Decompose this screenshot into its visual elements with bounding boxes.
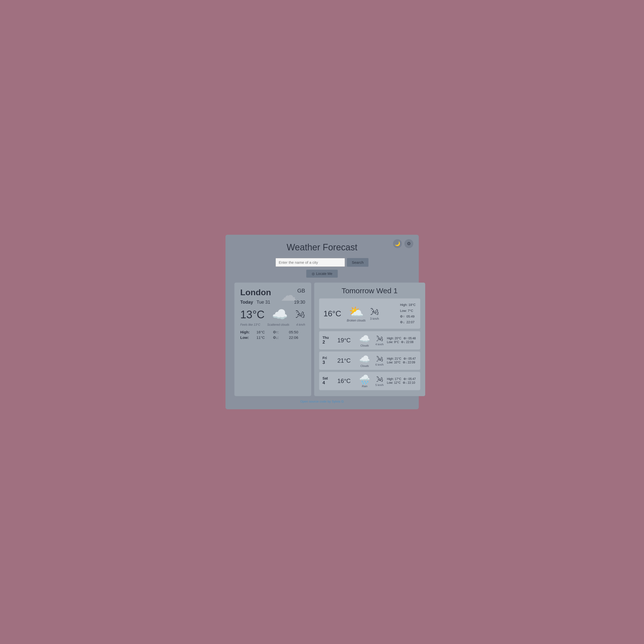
app-title: Weather Forecast: [234, 242, 410, 252]
app-container: 🌙 ⚙ Weather Forecast Search ◎ Locate Me …: [225, 235, 419, 409]
tomorrow-temp: 16°C: [324, 309, 343, 318]
city-country-row: London GB: [240, 287, 305, 297]
forecast-day: Fri: [323, 356, 335, 360]
tomorrow-weather-icon: ⛅: [349, 305, 364, 319]
wind-speed-label: 4 km/h: [296, 323, 305, 327]
tomorrow-wind: 3 km/h: [369, 317, 380, 320]
sunrise-value: 05:50: [289, 330, 305, 335]
tomorrow-header: Tomorrow Wed 1: [319, 286, 420, 295]
low-label: Low:: [240, 336, 257, 340]
current-weather-icon: ☁️: [272, 307, 288, 322]
search-input[interactable]: [276, 258, 345, 267]
main-temperature: 13°C: [240, 308, 265, 321]
forecast-wind-icon: 🌬: [375, 335, 384, 343]
forecast-row: Sat 4 16°C 🌧️ Rain 🌬 5 km/h High: 17°C ⚙…: [319, 372, 420, 390]
dark-mode-button[interactable]: 🌙: [393, 239, 402, 248]
sunset-icon: ⚙↓:: [273, 336, 289, 340]
tomorrow-wind-icon: 🌬: [369, 306, 380, 317]
forecast-weather-icon: 🌧️: [359, 374, 371, 385]
today-date: Tue 31: [256, 300, 270, 305]
locate-label: Locate Me: [316, 272, 332, 276]
forecast-wind: 5 km/h: [375, 384, 385, 387]
forecast-day-col: Thu 2: [323, 336, 335, 345]
forecast-wind-icon: 🌬: [375, 355, 384, 363]
forecast-details: High: 20°C ⚙↑ 05:48 Low: 9°C ⚙↓ 22:08: [387, 337, 417, 344]
weather-description: Scattered clouds: [267, 323, 289, 327]
high-value: 16°C: [256, 330, 273, 335]
search-button[interactable]: Search: [347, 258, 369, 267]
forecast-description: Clouds: [357, 365, 372, 368]
forecast-rows: Thu 2 19°C ☁️ Clouds 🌬 4 km/h High: 20°C…: [319, 331, 420, 390]
locate-icon: ◎: [312, 272, 315, 276]
details-grid: High: 16°C ⚙↑: 05:50 Low: 11°C ⚙↓: 22:06: [240, 330, 305, 340]
forecast-weather-icon: ☁️: [359, 334, 371, 344]
forecast-weather-icon: ☁️: [359, 354, 371, 365]
forecast-day-col: Fri 3: [323, 356, 335, 365]
forecast-temp: 19°C: [337, 337, 355, 344]
locate-row: ◎ Locate Me: [234, 270, 410, 277]
sunset-value: 22:06: [289, 336, 305, 340]
header-icons: 🌙 ⚙: [393, 239, 413, 248]
forecast-details: High: 21°C ⚙↑ 05:47 Low: 10°C ⚙↓ 22:09: [387, 357, 417, 364]
tomorrow-description: Broken clouds: [347, 319, 366, 322]
sub-labels-row: Feels like 13°C Scattered clouds 4 km/h: [240, 323, 305, 327]
footer[interactable]: Open source code by Sylvia G: [234, 400, 410, 403]
forecast-date-num: 4: [323, 380, 335, 386]
forecast-temp: 16°C: [337, 378, 355, 385]
tomorrow-row: 16°C ⛅ Broken clouds 🌬 3 km/h High: 18°C…: [319, 298, 420, 329]
temp-icon-row: 13°C ☁️ 🌬: [240, 307, 305, 322]
forecast-wind-icon: 🌬: [375, 375, 384, 384]
today-time: 19:30: [294, 300, 305, 305]
forecast-description: Rain: [357, 385, 372, 388]
sunrise-icon: ⚙↑:: [273, 330, 289, 335]
current-wind-icon: 🌬: [295, 309, 305, 320]
settings-button[interactable]: ⚙: [404, 239, 413, 248]
country-code: GB: [297, 287, 305, 294]
forecast-date-num: 2: [323, 340, 335, 345]
forecast-description: Clouds: [357, 344, 372, 347]
forecast-panel: Tomorrow Wed 1 16°C ⛅ Broken clouds 🌬 3 …: [314, 282, 425, 396]
forecast-date-num: 3: [323, 360, 335, 365]
today-row: Today Tue 31 19:30: [240, 300, 305, 305]
forecast-day: Thu: [323, 336, 335, 340]
forecast-wind: 4 km/h: [375, 343, 385, 346]
today-label: Today: [240, 300, 253, 305]
forecast-wind: 6 km/h: [375, 363, 385, 366]
search-row: Search: [234, 258, 410, 267]
locate-me-button[interactable]: ◎ Locate Me: [306, 270, 338, 277]
forecast-temp: 21°C: [337, 357, 355, 364]
forecast-details: High: 17°C ⚙↑ 05:47 Low: 12°C ⚙↓ 22:10: [387, 377, 417, 385]
forecast-row: Fri 3 21°C ☁️ Clouds 🌬 6 km/h High: 21°C…: [319, 352, 420, 370]
forecast-day-col: Sat 4: [323, 376, 335, 386]
city-name: London: [240, 287, 271, 297]
forecast-row: Thu 2 19°C ☁️ Clouds 🌬 4 km/h High: 20°C…: [319, 331, 420, 350]
low-value: 11°C: [256, 336, 273, 340]
feels-like-label: Feels like 13°C: [240, 323, 260, 327]
high-label: High:: [240, 330, 257, 335]
current-weather-panel: ☁ London GB Today Tue 31 19:30 13°C ☁️ 🌬: [234, 282, 311, 396]
tomorrow-details: High: 18°C Low: 7°C ⚙↑ 05:49 ⚙↓ 22:07: [400, 302, 416, 325]
forecast-day: Sat: [323, 376, 335, 380]
main-grid: ☁ London GB Today Tue 31 19:30 13°C ☁️ 🌬: [234, 282, 410, 396]
